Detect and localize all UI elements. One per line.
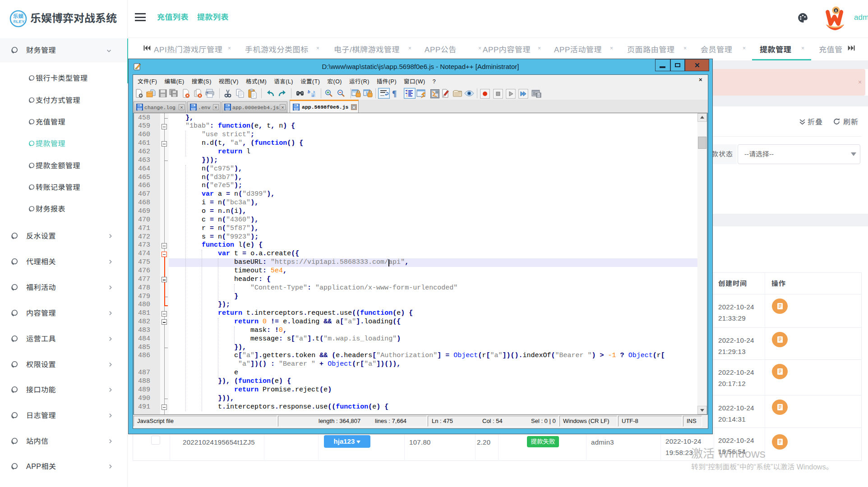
svg-text:¶: ¶ (392, 89, 397, 98)
svg-text:乐娱: 乐娱 (13, 14, 23, 19)
svg-text:8: 8 (835, 9, 837, 12)
svg-text:b: b (308, 89, 310, 94)
svg-text:®LEY: ®LEY (13, 19, 25, 24)
